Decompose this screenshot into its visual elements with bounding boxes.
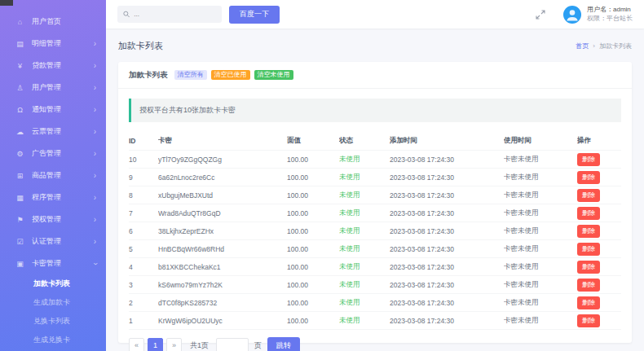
sidebar-subitem-generate-recharge-card[interactable]: 生成加款卡 [0,293,106,312]
delete-button[interactable]: 删除 [577,225,600,238]
jump-button[interactable]: 跳转 [267,337,300,351]
cell-used-time: 卡密未使用 [504,191,577,200]
cell-used-time: 卡密未使用 [504,298,577,308]
cell-code: b81XKBCChekaKc1 [158,263,287,271]
sidebar-item-notice-mgmt[interactable]: Ω 通知管理 › [0,99,106,121]
next-page-button[interactable]: » [166,338,182,351]
cell-added-time: 2023-03-08 17:24:30 [390,191,504,200]
chevron-right-icon: › [94,194,96,202]
cell-status: 未使用 [339,280,390,290]
flag-icon: ⚑ [15,216,25,224]
cell-added-time: 2023-03-08 17:24:30 [390,156,504,164]
window-artifact [0,0,13,6]
sidebar-item-card-mgmt[interactable]: ▣ 卡密管理 › [0,252,106,274]
delete-button[interactable]: 删除 [577,171,600,184]
cell-code: 6a62nLnoc2re6Cc [158,173,287,182]
sidebar-subitem-redeem-card-list[interactable]: 兑换卡列表 [0,312,106,331]
cell-added-time: 2023-03-08 17:24:30 [390,299,504,307]
user-icon: ♙ [15,84,25,92]
prev-page-button[interactable]: « [129,338,144,351]
card-mgmt-submenu: 加款卡列表 生成加款卡 兑换卡列表 生成兑换卡 [0,274,106,349]
sidebar-item-user-mgmt[interactable]: ♙ 用户管理 › [0,77,106,99]
breadcrumb-home-link[interactable]: 首页 [576,42,589,50]
table-row: 5 HnBCBqWr66w8RHd 100.00 未使用 2023-03-08 … [129,240,621,258]
clear-unused-tag[interactable]: 清空未使用 [254,70,293,80]
sidebar-menu: ⌂ 用户首页 ▤ 明细管理 › ¥ 贷款管理 › ♙ 用户管理 › Ω 通知管理 [0,0,106,349]
page-jump-input[interactable] [216,338,249,351]
search-input[interactable] [130,11,216,18]
page-1-button[interactable]: 1 [148,338,163,351]
cell-id: 3 [129,281,158,289]
breadcrumb-current: 加款卡列表 [599,42,632,50]
delete-button[interactable]: 删除 [577,279,600,292]
sidebar-item-goods-mgmt[interactable]: ⊞ 商品管理 › [0,165,106,186]
cell-code: kS6wmo79mYz7h2K [158,281,287,289]
cell-status: 未使用 [339,226,390,236]
sidebar-item-cloud-mgmt[interactable]: ☁ 云票管理 › [0,121,106,143]
cell-id: 4 [129,263,158,271]
clear-all-tag[interactable]: 清空所有 [174,70,207,80]
topbar-right: 用户名：admin 权限：平台站长 [536,6,633,24]
sidebar-item-cert-mgmt[interactable]: ☑ 认证管理 › [0,230,106,252]
grid-icon: ▦ [15,194,25,202]
cell-code: Wrad8AduQTr8GqD [158,209,287,217]
delete-button[interactable]: 删除 [577,296,600,309]
chevron-right-icon: › [94,238,96,246]
table-row: 10 yTl7Oy9ZGgQQZGg 100.00 未使用 2023-03-08… [129,151,621,169]
sidebar-item-detail-mgmt[interactable]: ▤ 明细管理 › [0,33,106,55]
clear-used-tag[interactable]: 清空已使用 [211,70,250,80]
sidebar-subitem-generate-redeem-card[interactable]: 生成兑换卡 [0,331,106,349]
cloud-icon: ☁ [15,128,25,136]
cell-id: 10 [129,156,158,164]
delete-button[interactable]: 删除 [577,243,600,256]
delete-button[interactable]: 删除 [577,261,600,274]
search-button[interactable]: 百度一下 [229,6,280,24]
sidebar-item-label: 明细管理 [32,38,94,49]
cell-code: HnBCBqWr66w8RHd [158,245,287,253]
check-icon: ☑ [15,238,25,246]
table-row: 9 6a62nLnoc2re6Cc 100.00 未使用 2023-03-08 … [129,169,621,186]
chevron-down-icon: › [90,262,99,265]
table-row: 3 kS6wmo79mYz7h2K 100.00 未使用 2023-03-08 … [129,276,621,294]
cell-value: 100.00 [287,299,339,307]
cell-added-time: 2023-03-08 17:24:30 [390,173,504,182]
cell-added-time: 2023-03-08 17:24:30 [390,281,504,289]
cell-added-time: 2023-03-08 17:24:30 [390,263,504,271]
delete-button[interactable]: 删除 [577,153,600,166]
delete-button[interactable]: 删除 [577,207,600,220]
fullscreen-icon[interactable] [536,10,545,20]
delete-button[interactable]: 删除 [577,189,600,202]
cell-status: 未使用 [339,262,390,272]
pagination: « 1 » 共1页 页 跳转 [118,330,632,351]
delete-button[interactable]: 删除 [577,314,600,327]
avatar[interactable] [563,6,581,24]
search-icon [123,11,130,18]
cell-value: 100.00 [287,156,339,164]
table-header-row: ID 卡密 面值 状态 添加时间 使用时间 操作 [129,132,621,151]
sidebar-subitem-recharge-card-list[interactable]: 加款卡列表 [0,274,106,293]
chevron-right-icon: › [94,216,96,224]
column-header-action: 操作 [577,136,621,146]
sidebar-item-auth-mgmt[interactable]: ⚑ 授权管理 › [0,208,106,230]
cell-value: 100.00 [287,263,339,271]
sidebar-item-ad-mgmt[interactable]: ⚙ 广告管理 › [0,143,106,165]
table-row: 8 xUbgujMeBJXUtd 100.00 未使用 2023-03-08 1… [129,186,621,204]
main-area: 百度一下 用户名：admin 权限：平台站长 加款卡列表 首页 › [106,0,644,351]
breadcrumb: 首页 › 加款卡列表 [576,42,632,50]
cell-status: 未使用 [339,155,390,165]
chevron-right-icon: › [94,106,96,114]
cell-status: 未使用 [339,316,390,326]
sidebar-item-program-mgmt[interactable]: ▦ 程序管理 › [0,186,106,208]
cell-used-time: 卡密未使用 [504,280,577,290]
cell-added-time: 2023-03-08 17:24:30 [390,245,504,253]
search-box[interactable] [117,6,222,23]
cell-used-time: 卡密未使用 [504,262,577,272]
sidebar-item-home[interactable]: ⌂ 用户首页 [0,11,106,33]
sidebar-item-loan-mgmt[interactable]: ¥ 贷款管理 › [0,55,106,77]
home-icon: ⌂ [15,18,25,26]
card-icon: ▣ [15,260,25,268]
page-unit-label: 页 [254,340,262,351]
sidebar: ⌂ 用户首页 ▤ 明细管理 › ¥ 贷款管理 › ♙ 用户管理 › Ω 通知管理 [0,0,106,351]
user-info: 用户名：admin 权限：平台站长 [587,6,633,24]
column-header-used-time: 使用时间 [504,136,577,146]
